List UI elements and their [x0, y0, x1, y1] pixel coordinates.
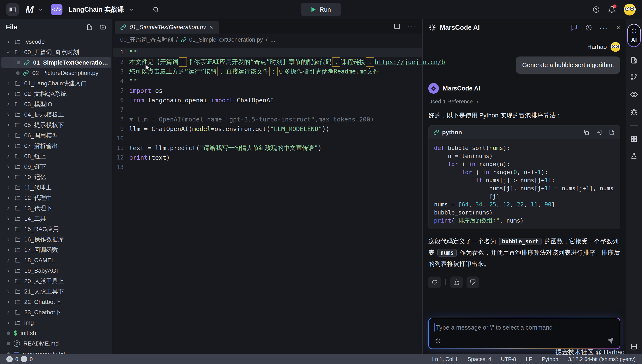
tree-folder-07_解析输出[interactable]: 07_解析输出: [0, 140, 112, 151]
tree-folder-09_链下[interactable]: 09_链下: [0, 162, 112, 172]
marscode-logo[interactable]: M: [26, 4, 33, 15]
editor-line-7[interactable]: 7: [113, 105, 422, 114]
source-control-icon[interactable]: [630, 74, 638, 81]
breadcrumb-separator: /: [266, 36, 267, 43]
code-token: ,: [469, 201, 476, 208]
tree-folder-20_人脉工具上[interactable]: 20_人脉工具上: [0, 276, 112, 286]
editor-line-1[interactable]: 1""": [113, 48, 422, 57]
tree-folder-18_CAMEL[interactable]: 18_CAMEL: [0, 255, 112, 266]
toggle-panel-icon[interactable]: [630, 343, 638, 350]
tree-folder-00_开篇词_奇点时刻[interactable]: 00_开篇词_奇点时刻: [0, 47, 112, 57]
tree-folder-19_BabyAGI[interactable]: 19_BabyAGI: [0, 266, 112, 276]
code-editor[interactable]: 1"""2本文件是【开篇词｜带你亲证AI应用开发的“奇点”时刻】章节的配套代码，…: [113, 46, 422, 354]
tree-folder-16_操作数据库[interactable]: 16_操作数据库: [0, 234, 112, 245]
chevron-right-icon: [6, 154, 11, 159]
tree-folder-08_链上[interactable]: 08_链上: [0, 151, 112, 162]
input-sparkle-icon[interactable]: [434, 338, 441, 344]
workspace-menu-chevron-icon[interactable]: [38, 7, 43, 12]
tree-folder-02_文档QA系统[interactable]: 02_文档QA系统: [0, 88, 112, 99]
tree-folder-13_代理下[interactable]: 13_代理下: [0, 203, 112, 214]
tree-file-02_PictureDescription.py[interactable]: 02_PictureDescription.py: [0, 68, 112, 78]
tree-folder-03_模型IO[interactable]: 03_模型IO: [0, 99, 112, 109]
extensions-grid-icon[interactable]: [630, 135, 638, 143]
assistant-close-icon[interactable]: ×: [616, 23, 620, 32]
tree-folder-01_LangChain快速入门[interactable]: 01_LangChain快速入门: [0, 78, 112, 88]
breadcrumb[interactable]: 00_开篇词_奇点时刻 / 01_SimpleTextGeneration.py…: [113, 34, 422, 46]
tree-folder-img[interactable]: img: [0, 318, 112, 328]
editor-line-13[interactable]: 13: [113, 162, 422, 172]
status-item[interactable]: Spaces: 4: [468, 356, 491, 362]
problems-summary[interactable]: ✕ 0 ! 0: [6, 356, 33, 362]
editor-line-2[interactable]: 2本文件是【开篇词｜带你亲证AI应用开发的“奇点”时刻】章节的配套代码，课程链接…: [113, 57, 422, 67]
create-file-from-code-icon[interactable]: [609, 129, 615, 136]
tree-folder-17_回调函数[interactable]: 17_回调函数: [0, 245, 112, 255]
send-icon[interactable]: [606, 337, 614, 345]
help-icon[interactable]: [592, 6, 600, 14]
tree-folder-04_提示模板上[interactable]: 04_提示模板上: [0, 109, 112, 120]
sidebar-toggle-button[interactable]: [6, 4, 19, 16]
editor-line-9[interactable]: 9llm = ChatOpenAI(model=os.environ.get("…: [113, 124, 422, 134]
run-button[interactable]: Run: [301, 3, 341, 16]
tree-folder-06_调用模型[interactable]: 06_调用模型: [0, 130, 112, 140]
project-name[interactable]: LangChain 实战课: [69, 5, 124, 14]
editor-line-12[interactable]: 12print(text): [113, 153, 422, 162]
editor-line-5[interactable]: 5import os: [113, 86, 422, 95]
tab-close-icon[interactable]: ×: [210, 24, 213, 31]
status-item[interactable]: LF: [526, 356, 532, 362]
tree-folder-22_Chatbot上[interactable]: 22_Chatbot上: [0, 297, 112, 307]
editor-line-10[interactable]: 10: [113, 134, 422, 143]
tree-folder-12_代理中[interactable]: 12_代理中: [0, 192, 112, 203]
editor-line-6[interactable]: 6from langchain_openai import ChatOpenAI: [113, 95, 422, 105]
regenerate-button[interactable]: [428, 276, 441, 288]
new-folder-icon[interactable]: [100, 24, 106, 30]
tree-folder-23_Chatbot下[interactable]: 23_Chatbot下: [0, 307, 112, 318]
ai-assistant-rail-button[interactable]: AI: [627, 24, 641, 47]
tree-folder-21_人脉工具下[interactable]: 21_人脉工具下: [0, 286, 112, 297]
tree-folder-10_记忆[interactable]: 10_记忆: [0, 172, 112, 182]
code-token: ):: [503, 144, 510, 151]
tab-strip: 01_SimpleTextGeneration.py × ···: [113, 19, 422, 34]
tree-folder-14_工具[interactable]: 14_工具: [0, 214, 112, 224]
editor-line-3[interactable]: 3您可以点击最上方的“运行”按钮，直接运行该文件；更多操作指引请参考Readme…: [113, 67, 422, 76]
editor-line-11[interactable]: 11text = llm.predict("请给我写一句情人节红玫瑰的中文宣传语…: [113, 143, 422, 153]
tree-folder-11_代理上[interactable]: 11_代理上: [0, 182, 112, 192]
file-search-icon[interactable]: [630, 56, 638, 64]
new-chat-icon[interactable]: [571, 24, 578, 31]
tab-01-simpletextgeneration[interactable]: 01_SimpleTextGeneration.py ×: [115, 21, 219, 34]
notifications-button[interactable]: [608, 6, 616, 14]
status-item[interactable]: UTF-8: [501, 356, 516, 362]
code-block-body[interactable]: def bubble_sort(nums): n = len(nums) for…: [428, 139, 620, 229]
preview-eye-icon[interactable]: [630, 90, 638, 98]
insert-code-icon[interactable]: [596, 129, 602, 136]
test-flask-icon[interactable]: [630, 152, 638, 160]
editor-line-8[interactable]: 8# llm = OpenAI(model_name="gpt-3.5-turb…: [113, 114, 422, 124]
tree-folder-05_提示模板下[interactable]: 05_提示模板下: [0, 120, 112, 130]
breadcrumb-more[interactable]: ...: [270, 36, 275, 43]
chat-input[interactable]: [436, 324, 614, 331]
breadcrumb-folder[interactable]: 00_开篇词_奇点时刻: [120, 36, 173, 44]
new-file-icon[interactable]: [86, 24, 93, 30]
tree-folder-15_RAG应用[interactable]: 15_RAG应用: [0, 224, 112, 234]
search-icon[interactable]: [153, 6, 159, 13]
debug-icon[interactable]: [630, 108, 638, 116]
assistant-more-icon[interactable]: ···: [599, 24, 609, 32]
tree-file-README.md[interactable]: ?README.md: [0, 338, 112, 349]
status-item[interactable]: Ln 1, Col 1: [432, 356, 458, 362]
thumbs-up-button[interactable]: [450, 276, 463, 288]
editor-line-4[interactable]: 4""": [113, 76, 422, 86]
tree-folder-.vscode[interactable]: .vscode: [0, 36, 112, 47]
user-avatar[interactable]: [624, 4, 636, 16]
reference-toggle[interactable]: Used 1 Reference: [428, 98, 620, 105]
tree-file-init.sh[interactable]: $init.sh: [0, 328, 112, 338]
split-editor-icon[interactable]: [394, 23, 400, 30]
tree-file-requirements.txt[interactable]: requirements.txt: [0, 349, 112, 354]
project-menu-chevron-icon[interactable]: [129, 7, 134, 12]
tree-file-01_SimpleTextGeneration.py[interactable]: 01_SimpleTextGeneration.py: [1, 57, 111, 68]
history-icon[interactable]: [585, 24, 592, 31]
status-item[interactable]: Python: [542, 356, 558, 362]
editor-more-actions-icon[interactable]: ···: [408, 22, 417, 30]
breadcrumb-file[interactable]: 01_SimpleTextGeneration.py: [189, 36, 263, 43]
status-item[interactable]: 3.12.2 64-bit ('shims': pyenv): [568, 356, 636, 362]
copy-code-icon[interactable]: [583, 129, 589, 136]
thumbs-down-button[interactable]: [466, 276, 479, 288]
